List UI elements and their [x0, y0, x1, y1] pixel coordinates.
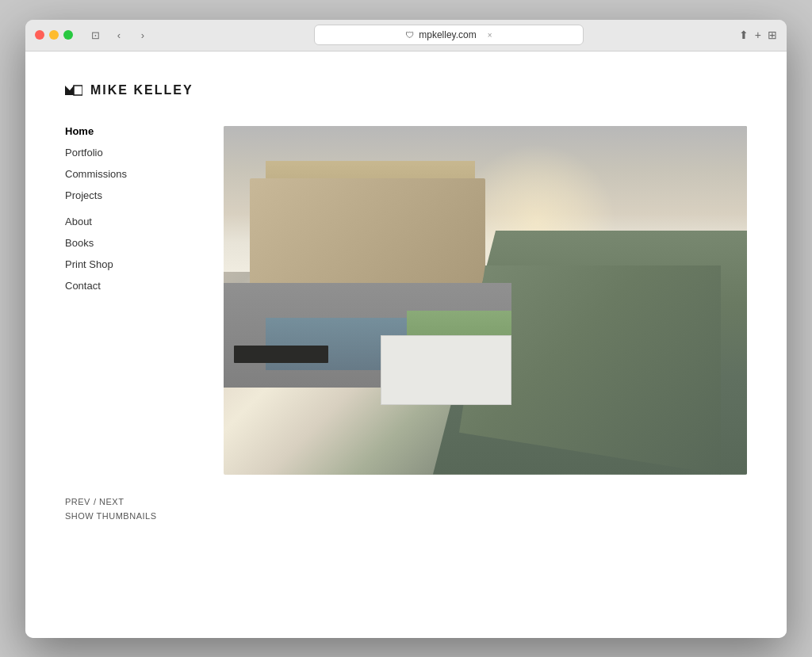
toolbar-right: ⬆ + ⊞	[739, 29, 777, 41]
pagination-nav: PREV / NEXT	[65, 497, 747, 506]
nav-item-about[interactable]: About	[65, 216, 224, 227]
browser-window: ⊡ ‹ › 🛡 mpkelley.com × ⬆ + ⊞	[25, 20, 787, 638]
nav-group-1: Home Portfolio Commissions Projects	[65, 126, 224, 201]
photo-loungers	[234, 346, 328, 363]
site-header: MIKE KELLEY	[65, 83, 747, 97]
new-tab-icon[interactable]: +	[755, 29, 761, 41]
photo-wall	[381, 335, 511, 405]
pagination-separator: /	[94, 497, 96, 506]
content-area	[224, 126, 747, 475]
logo-mark	[65, 84, 82, 97]
share-icon[interactable]: ⬆	[739, 29, 749, 41]
browser-content: MIKE KELLEY Home Portfolio Commissions P…	[25, 52, 787, 638]
browser-controls: ⊡ ‹ ›	[86, 25, 152, 44]
hero-image-container	[224, 126, 747, 475]
site-title: MIKE KELLEY	[90, 83, 193, 97]
sidebar: Home Portfolio Commissions Projects Abou…	[65, 126, 224, 475]
sidebar-toggle-button[interactable]: ⊡	[86, 25, 105, 44]
maximize-button[interactable]	[63, 30, 73, 40]
nav-item-home[interactable]: Home	[65, 126, 224, 136]
show-thumbnails-link[interactable]: SHOW THUMBNAILS	[65, 511, 747, 521]
svg-marker-1	[74, 86, 82, 95]
next-link[interactable]: NEXT	[99, 497, 124, 506]
prev-link[interactable]: PREV	[65, 497, 90, 506]
address-bar-container: 🛡 mpkelley.com ×	[165, 25, 733, 45]
back-button[interactable]: ‹	[109, 25, 128, 44]
nav-item-commissions[interactable]: Commissions	[65, 169, 224, 179]
nav-item-contact[interactable]: Contact	[65, 281, 224, 291]
page-wrapper: MIKE KELLEY Home Portfolio Commissions P…	[25, 52, 787, 544]
hero-photo	[224, 126, 747, 475]
nav-item-projects[interactable]: Projects	[65, 190, 224, 201]
bottom-nav: PREV / NEXT SHOW THUMBNAILS	[65, 497, 747, 521]
url-text: mpkelley.com	[419, 29, 476, 40]
browser-titlebar: ⊡ ‹ › 🛡 mpkelley.com × ⬆ + ⊞	[25, 20, 787, 52]
tab-overview-icon[interactable]: ⊞	[768, 29, 777, 41]
forward-button[interactable]: ›	[133, 25, 152, 44]
security-icon: 🛡	[405, 30, 414, 40]
hero-image	[224, 126, 747, 475]
svg-marker-0	[65, 86, 74, 95]
nav-item-portfolio[interactable]: Portfolio	[65, 147, 224, 158]
traffic-lights	[35, 30, 73, 40]
close-button[interactable]	[35, 30, 44, 40]
close-tab-button[interactable]: ×	[488, 31, 492, 40]
minimize-button[interactable]	[49, 30, 59, 40]
address-bar[interactable]: 🛡 mpkelley.com ×	[314, 25, 584, 45]
nav-item-books[interactable]: Books	[65, 238, 224, 248]
nav-group-2: About Books Print Shop Contact	[65, 216, 224, 291]
nav-item-print-shop[interactable]: Print Shop	[65, 259, 224, 269]
main-layout: Home Portfolio Commissions Projects Abou…	[65, 126, 747, 475]
photo-building-main	[250, 178, 485, 300]
